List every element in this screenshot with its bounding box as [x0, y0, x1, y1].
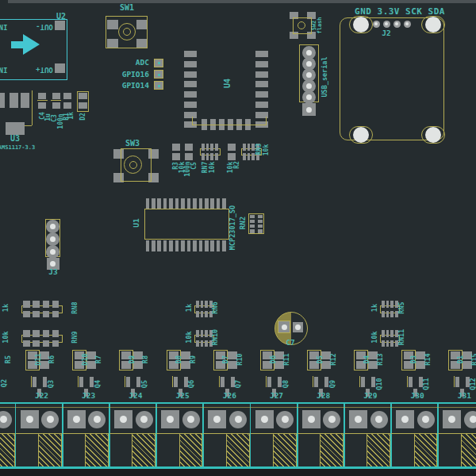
- reference-label-connector[interactable]: J28: [317, 392, 330, 400]
- reference-label-transistor[interactable]: Q11: [423, 378, 430, 390]
- terminal-pin2-drill: [94, 416, 101, 423]
- transistor-silk: [219, 376, 220, 387]
- terminal-courtyard-hatch: [461, 433, 476, 467]
- terminal-pin1-drill: [355, 416, 362, 423]
- terminal-courtyard-line: [156, 433, 179, 434]
- terminal-divider: [109, 402, 110, 468]
- reference-label-transistor[interactable]: Q10: [376, 378, 383, 390]
- terminal-courtyard-hatch: [367, 433, 390, 467]
- terminal-pin1-drill: [120, 416, 127, 423]
- transistor-pad[interactable]: [455, 377, 459, 387]
- reference-label-diode[interactable]: D10: [81, 353, 88, 365]
- reference-label-transistor[interactable]: Q3: [47, 380, 54, 388]
- terminal-courtyard-hatch: [320, 433, 344, 467]
- output-channel-unit[interactable]: D4R13Q10J29: [344, 0, 391, 476]
- transistor-pad[interactable]: [314, 377, 318, 387]
- transistor-silk: [266, 376, 267, 387]
- terminal-divider: [202, 402, 204, 468]
- reference-label-resistor[interactable]: R12: [330, 353, 337, 365]
- reference-label-transistor[interactable]: Q7: [235, 380, 242, 388]
- reference-label-diode[interactable]: D3: [410, 355, 417, 363]
- output-channel-unit[interactable]: D1R15Q12J31: [438, 0, 476, 476]
- transistor-silk: [78, 376, 79, 387]
- terminal-strip-top-line: [0, 402, 476, 404]
- terminal-divider: [62, 402, 63, 468]
- terminal-pin2-drill: [282, 416, 289, 423]
- reference-label-diode[interactable]: D11: [34, 353, 41, 365]
- terminal-pin1-drill: [308, 416, 315, 423]
- terminal-courtyard-hatch: [414, 433, 438, 467]
- transistor-pad[interactable]: [267, 377, 271, 387]
- reference-label-connector[interactable]: J24: [129, 392, 142, 400]
- reference-label-resistor[interactable]: R8: [142, 355, 149, 363]
- reference-label-resistor[interactable]: R7: [95, 355, 102, 363]
- reference-label-resistor[interactable]: R13: [377, 353, 384, 365]
- reference-label-resistor[interactable]: R14: [424, 353, 431, 365]
- reference-label-connector[interactable]: J29: [363, 392, 377, 400]
- reference-label-connector[interactable]: J27: [270, 392, 283, 400]
- reference-label-connector[interactable]: J23: [82, 392, 95, 400]
- output-channel-unit[interactable]: D6R11Q8J27: [251, 0, 298, 476]
- terminal-courtyard-hatch: [0, 433, 15, 467]
- reference-label-resistor[interactable]: R9: [189, 355, 196, 363]
- terminal-pin2-drill: [328, 416, 336, 423]
- transistor-pad[interactable]: [33, 377, 36, 387]
- reference-label-diode[interactable]: D9: [129, 355, 136, 363]
- reference-label-transistor[interactable]: Q12: [470, 378, 476, 390]
- transistor-silk: [359, 376, 360, 387]
- transistor-pad[interactable]: [361, 377, 365, 387]
- transistor-silk: [125, 376, 125, 387]
- terminal-courtyard-hatch: [226, 433, 250, 467]
- reference-label-resistor[interactable]: R11: [283, 353, 290, 365]
- reference-label-transistor[interactable]: Q5: [141, 380, 148, 388]
- output-channel-unit[interactable]: [0, 0, 16, 476]
- reference-label-connector[interactable]: J25: [176, 392, 190, 400]
- terminal-courtyard-line: [16, 433, 39, 434]
- terminal-divider: [250, 402, 251, 468]
- terminal-courtyard-line: [391, 433, 414, 434]
- output-channel-unit[interactable]: D11R6Q3J22: [16, 0, 63, 476]
- terminal-courtyard-hatch: [85, 433, 109, 467]
- terminal-courtyard-line: [63, 433, 86, 434]
- terminal-courtyard-hatch: [38, 433, 62, 467]
- reference-label-connector[interactable]: J30: [411, 392, 424, 400]
- reference-label-diode[interactable]: D4: [363, 355, 370, 363]
- transistor-pad[interactable]: [126, 377, 130, 387]
- reference-label-connector[interactable]: J26: [223, 392, 236, 400]
- reference-label-transistor[interactable]: Q6: [188, 380, 195, 388]
- reference-label-connector[interactable]: J31: [458, 392, 471, 400]
- terminal-divider: [390, 402, 392, 468]
- transistor-pad[interactable]: [174, 377, 178, 387]
- output-channel-unit[interactable]: D7R10Q7J26: [203, 0, 250, 476]
- transistor-pad[interactable]: [221, 377, 225, 387]
- output-channel-unit[interactable]: D9R8Q5J24: [109, 0, 156, 476]
- reference-label-transistor[interactable]: Q8: [282, 380, 289, 388]
- reference-label-diode[interactable]: D1: [457, 355, 464, 363]
- output-channel-unit[interactable]: D10R7Q4J23: [63, 0, 109, 476]
- reference-label-diode[interactable]: D7: [222, 355, 229, 363]
- board-bottom-edge: [0, 469, 476, 476]
- output-channel-unit[interactable]: D5R12Q9J28: [298, 0, 344, 476]
- terminal-divider: [15, 402, 17, 468]
- transistor-silk: [172, 376, 173, 387]
- reference-label-transistor[interactable]: Q4: [94, 380, 101, 388]
- reference-label-diode[interactable]: D6: [269, 355, 276, 363]
- reference-label-resistor[interactable]: R10: [236, 353, 244, 365]
- output-channel-unit[interactable]: D3R14Q11J30: [391, 0, 438, 476]
- reference-label-resistor[interactable]: R15: [471, 353, 476, 365]
- transistor-silk: [407, 376, 408, 387]
- reference-label-diode[interactable]: D8: [175, 355, 182, 363]
- output-channel-unit[interactable]: D8R9Q6J25: [156, 0, 203, 476]
- reference-label-resistor[interactable]: R6: [48, 355, 56, 363]
- terminal-courtyard-hatch: [273, 433, 297, 467]
- terminal-courtyard-line: [109, 433, 132, 434]
- terminal-pin2-drill: [0, 416, 7, 423]
- terminal-courtyard-line: [203, 433, 226, 434]
- transistor-pad[interactable]: [409, 377, 413, 387]
- terminal-pin2-drill: [470, 416, 476, 423]
- reference-label-transistor[interactable]: Q9: [328, 380, 336, 388]
- reference-label-diode[interactable]: D5: [316, 355, 323, 363]
- transistor-pad[interactable]: [79, 377, 83, 387]
- terminal-pin2-drill: [235, 416, 242, 423]
- reference-label-connector[interactable]: J22: [35, 392, 48, 400]
